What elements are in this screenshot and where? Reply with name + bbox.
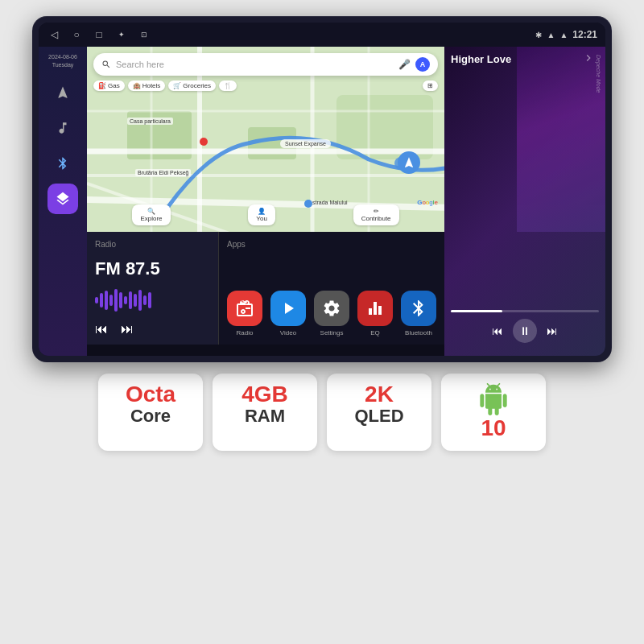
navigation-sidebar-btn[interactable] bbox=[47, 77, 78, 108]
radio-next-button[interactable]: ⏭ bbox=[121, 322, 134, 336]
nav-buttons: ◁ ○ □ ✦ ⊡ bbox=[47, 27, 151, 42]
bluetooth-status-icon: ✱ bbox=[535, 31, 542, 39]
music-title: Higher Love bbox=[451, 53, 599, 66]
music-controls: ⏮ ⏸ ⏭ bbox=[444, 314, 605, 348]
status-icons: ✱ ▲ ▲ 12:21 bbox=[535, 29, 597, 40]
eq-app-icon bbox=[357, 291, 393, 326]
spec-octa-core: Octa Core bbox=[98, 374, 203, 451]
eq-app-label: EQ bbox=[370, 329, 380, 336]
spec-ram-label: RAM bbox=[219, 406, 311, 427]
layers-sidebar-btn[interactable] bbox=[47, 184, 78, 214]
gas-label: Gas bbox=[108, 82, 120, 89]
signal-status-icon: ▲ bbox=[559, 31, 568, 39]
bluetooth-app-label: Bluetooth bbox=[405, 329, 432, 336]
map-search-bar[interactable]: Search here 🎤 A bbox=[93, 53, 438, 76]
map-section[interactable]: Search here 🎤 A ⛽ Gas 🏨 Hotels 🛒 Groceri… bbox=[87, 47, 444, 232]
app-eq[interactable]: EQ bbox=[357, 291, 393, 336]
you-btn[interactable]: 👤 You bbox=[248, 204, 275, 225]
bottom-panels: Radio FM 87.5 bbox=[87, 232, 444, 345]
app-bluetooth[interactable]: Bluetooth bbox=[401, 291, 436, 336]
android-spec-container: 10 bbox=[448, 383, 539, 441]
music-info: Higher Love bbox=[451, 53, 599, 66]
app-radio[interactable]: Radio bbox=[227, 291, 262, 336]
clock: 12:21 bbox=[572, 29, 597, 40]
food-category[interactable]: 🍴 bbox=[219, 80, 237, 91]
nav-marker[interactable] bbox=[398, 151, 420, 174]
date-display: 2024-08-06 Tuesday bbox=[48, 53, 77, 69]
app-settings[interactable]: Settings bbox=[314, 291, 349, 336]
spec-ram: 4GB RAM bbox=[213, 374, 317, 451]
music-sidebar-btn[interactable] bbox=[47, 113, 78, 143]
apps-label: Apps bbox=[227, 240, 436, 249]
recents-button[interactable]: □ bbox=[92, 27, 106, 42]
svg-point-12 bbox=[200, 138, 208, 146]
specs-section: Octa Core 4GB RAM 2K QLED 10 bbox=[82, 362, 562, 462]
progress-track bbox=[451, 310, 599, 312]
google-logo: Google bbox=[417, 199, 438, 206]
music-next-button[interactable]: ⏭ bbox=[547, 324, 558, 337]
music-prev-button[interactable]: ⏮ bbox=[492, 324, 503, 337]
settings-app-icon bbox=[314, 291, 349, 326]
map-background: Search here 🎤 A ⛽ Gas 🏨 Hotels 🛒 Groceri… bbox=[87, 47, 444, 232]
map-categories: ⛽ Gas 🏨 Hotels 🛒 Groceries 🍴 ⊞ bbox=[93, 80, 438, 91]
apps-grid: Radio Video bbox=[227, 291, 436, 336]
hotels-label: Hotels bbox=[142, 82, 161, 89]
radio-app-label: Radio bbox=[237, 329, 254, 336]
spec-qled-label: QLED bbox=[333, 406, 425, 427]
bluetooth-sidebar-btn[interactable] bbox=[47, 148, 78, 179]
spec-2k-label: 2K bbox=[333, 383, 425, 406]
product-page: ◁ ○ □ ✦ ⊡ ✱ ▲ ▲ 12:21 2024-08 bbox=[0, 0, 644, 644]
progress-fill bbox=[451, 310, 502, 312]
wifi-status-icon: ▲ bbox=[547, 31, 555, 39]
radio-label: Radio bbox=[95, 240, 210, 249]
sidebar: 2024-08-06 Tuesday bbox=[39, 47, 87, 356]
radio-frequency: FM 87.5 bbox=[95, 258, 210, 279]
explore-btn[interactable]: 🔍 Explore bbox=[132, 204, 170, 225]
center-area: Search here 🎤 A ⛽ Gas 🏨 Hotels 🛒 Groceri… bbox=[87, 47, 444, 356]
map-bottom-buttons: 🔍 Explore 👤 You ✏ Contribute bbox=[93, 204, 438, 225]
spec-core-label: Core bbox=[105, 406, 196, 427]
radio-wave-viz bbox=[95, 288, 210, 312]
radio-panel: Radio FM 87.5 bbox=[87, 232, 219, 345]
music-play-pause-button[interactable]: ⏸ bbox=[513, 319, 537, 343]
spec-android: 10 bbox=[441, 374, 546, 451]
hotels-category[interactable]: 🏨 Hotels bbox=[128, 80, 166, 91]
app-video[interactable]: Video bbox=[270, 291, 306, 336]
video-app-label: Video bbox=[280, 329, 296, 336]
camera-button[interactable]: ⊡ bbox=[137, 27, 151, 42]
back-button[interactable]: ◁ bbox=[47, 27, 61, 42]
gas-category[interactable]: ⛽ Gas bbox=[93, 80, 125, 91]
mic-icon[interactable]: 🎤 bbox=[398, 59, 411, 70]
spec-display: 2K QLED bbox=[327, 374, 431, 451]
street-label-1: Casa particulara bbox=[127, 118, 173, 125]
status-bar: ◁ ○ □ ✦ ⊡ ✱ ▲ ▲ 12:21 bbox=[39, 23, 605, 47]
video-app-icon bbox=[270, 291, 306, 326]
sunset-label: Sunset Expanse bbox=[280, 139, 331, 148]
android-icon bbox=[477, 383, 510, 415]
groceries-label: Groceries bbox=[183, 82, 211, 89]
radio-controls: ⏮ ⏭ bbox=[95, 322, 210, 336]
device-screen: ◁ ○ □ ✦ ⊡ ✱ ▲ ▲ 12:21 2024-08 bbox=[39, 23, 605, 356]
music-panel: Depeche Mode Higher Love bbox=[444, 47, 605, 356]
layers-icon[interactable]: ⊞ bbox=[423, 80, 438, 91]
bluetooth-app-icon bbox=[401, 291, 436, 326]
radio-prev-button[interactable]: ⏮ bbox=[95, 322, 108, 336]
spec-octa-label: Octa bbox=[105, 383, 196, 406]
map-search-text: Search here bbox=[116, 60, 394, 69]
groceries-category[interactable]: 🛒 Groceries bbox=[168, 80, 216, 91]
album-art: Depeche Mode bbox=[517, 47, 605, 232]
spec-4gb-label: 4GB bbox=[219, 383, 311, 406]
street-label-2: Brutăria Eldi Pekseğ bbox=[135, 169, 191, 176]
car-head-unit: ◁ ○ □ ✦ ⊡ ✱ ▲ ▲ 12:21 2024-08 bbox=[32, 16, 612, 362]
apps-panel: Apps Radio bbox=[219, 232, 444, 345]
contribute-btn[interactable]: ✏ Contribute bbox=[353, 204, 399, 225]
radio-app-icon bbox=[227, 291, 262, 326]
settings-app-label: Settings bbox=[320, 329, 344, 336]
home-button[interactable]: ○ bbox=[69, 27, 84, 42]
profile-icon[interactable]: A bbox=[415, 57, 430, 72]
more-button[interactable]: ✦ bbox=[114, 27, 129, 42]
music-background: Depeche Mode Higher Love bbox=[444, 47, 605, 356]
main-content: 2024-08-06 Tuesday bbox=[39, 47, 605, 356]
android-version: 10 bbox=[481, 415, 506, 441]
